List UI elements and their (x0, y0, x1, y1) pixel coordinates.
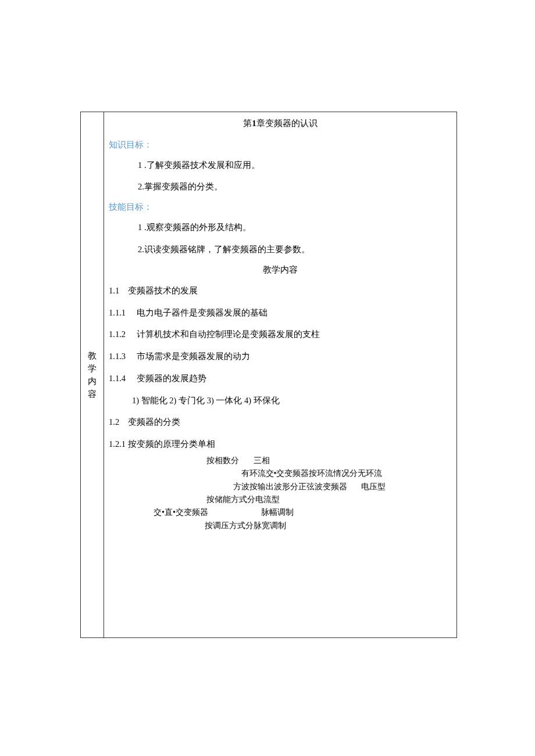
knowledge-goal-label: 知识目标： (109, 139, 452, 151)
section-1-1-1: 1.1.1 电力电子器件是变频器发展的基础 (109, 307, 452, 320)
diagram-line-3: 方波按输出波形分正弦波变频器 电压型 (109, 481, 452, 493)
skill-goal-label: 技能目标： (109, 202, 452, 213)
title-prefix: 第 (243, 119, 252, 128)
trend-items: 1) 智能化 2) 专门化 3) 一体化 4) 环保化 (109, 395, 452, 407)
left-label-text: 教学内容 (88, 349, 97, 400)
diagram-line-1: 按相数分 三相 (109, 454, 452, 467)
diagram-line-5: 交•直•交变频器 脉幅调制 (109, 506, 452, 519)
title-bold: 1 (252, 119, 256, 128)
diagram-line-6: 按调压方式分脉宽调制 (109, 519, 452, 532)
section-1-2-1: 1.2.1 按变频的原理分类单相 (109, 438, 452, 451)
skill-goal-item-2: 2.识读变频器铭牌，了解变频器的主要参数。 (109, 243, 452, 256)
diagram-line-4: 按储能方式分电流型 (109, 493, 452, 506)
classification-diagram: 按相数分 三相 有环流交•交变频器按环流情况分无环流 方波按输出波形分正弦波变频… (109, 454, 452, 532)
skill-goal-item-1: 1 .观察变频器的外形及结构。 (109, 221, 452, 234)
section-1-2: 1.2 变频器的分类 (109, 416, 452, 429)
content-column: 第1章变频器的认识 知识目标： 1 .了解变频器技术发展和应用。 2.掌握变频器… (104, 112, 457, 638)
section-1-1-4: 1.1.4 变频器的发展趋势 (109, 372, 452, 385)
section-1-1-2: 1.1.2 计算机技术和自动控制理论是变频器发展的支柱 (109, 328, 452, 341)
left-label-column: 教学内容 (80, 112, 104, 638)
chapter-title: 第1章变频器的认识 (109, 118, 452, 129)
teaching-content-label: 教学内容 (109, 264, 452, 275)
title-suffix: 章变频器的认识 (256, 119, 318, 128)
section-1-1: 1.1 变频器技术的发展 (109, 285, 452, 298)
document-page: 教学内容 第1章变频器的认识 知识目标： 1 .了解变频器技术发展和应用。 2.… (80, 112, 457, 638)
knowledge-goal-item-1: 1 .了解变频器技术发展和应用。 (109, 159, 452, 172)
section-1-1-3: 1.1.3 市场需求是变频器发展的动力 (109, 350, 452, 363)
knowledge-goal-item-2: 2.掌握变频器的分类。 (109, 180, 452, 194)
diagram-line-2: 有环流交•交变频器按环流情况分无环流 (109, 467, 452, 480)
